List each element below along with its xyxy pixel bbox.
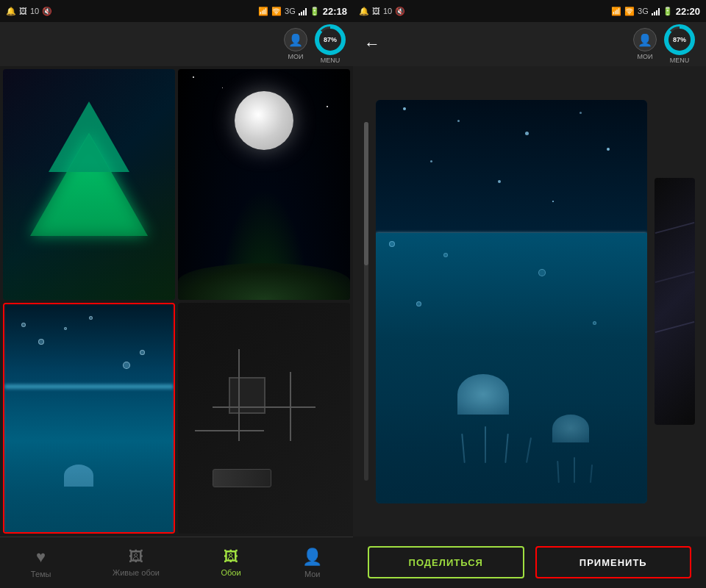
preview-container bbox=[364, 77, 695, 526]
notification-icon-r: 🔔 bbox=[359, 7, 369, 16]
profile-button-left[interactable]: 👤 МОИ bbox=[284, 28, 307, 60]
image-icon: 🖼 bbox=[19, 7, 27, 15]
bottom-nav: ♥ Темы 🖼 Живые обои 🖼 Обои 👤 Мои bbox=[0, 537, 353, 588]
walls-icon: 🖼 bbox=[224, 548, 238, 565]
status-bar-right: 🔔 🖼 10 🔇 📶 🛜 3G 🔋 22:20 bbox=[353, 0, 706, 22]
battery-status-r: 🔋 bbox=[663, 7, 673, 16]
nav-item-walls[interactable]: 🖼 Обои bbox=[221, 548, 241, 577]
menu-button-right[interactable]: 87% MENU bbox=[664, 24, 695, 64]
profile-label-left: МОИ bbox=[288, 53, 304, 60]
status-bar-right-left-icons: 🔔 🖼 10 🔇 bbox=[359, 7, 405, 16]
silent-icon-r: 🔇 bbox=[395, 7, 405, 16]
nav-label-walls: Обои bbox=[221, 568, 241, 577]
planet-surface bbox=[178, 263, 350, 300]
moon-circle bbox=[235, 91, 293, 150]
profile-avatar-right: 👤 bbox=[633, 28, 657, 51]
silent-icon: 🔇 bbox=[42, 7, 52, 16]
top-bar-left-actions: 👤 МОИ 87% MENU bbox=[284, 24, 346, 64]
right-panel: 🔔 🖼 10 🔇 📶 🛜 3G 🔋 22:20 ← 👤 МОИ bbox=[353, 0, 706, 588]
wallpaper-grid bbox=[0, 66, 353, 537]
menu-label-left: MENU bbox=[321, 57, 340, 64]
clock-left: 22:18 bbox=[323, 6, 347, 17]
menu-label-right: MENU bbox=[670, 57, 690, 64]
left-panel: 🔔 🖼 10 🔇 📶 🛜 3G 🔋 22:18 👤 МОИ bbox=[0, 0, 353, 588]
preview-area bbox=[353, 66, 706, 537]
profile-button-right[interactable]: 👤 МОИ bbox=[633, 28, 657, 60]
top-bar-right: ← 👤 МОИ 87% MENU bbox=[353, 22, 706, 66]
nav-label-mine: Мои bbox=[304, 570, 321, 578]
profile-label-right: МОИ bbox=[638, 53, 653, 60]
top-bar-right-icons: 👤 МОИ 87% MENU bbox=[633, 24, 695, 64]
battery-icon-r: 10 bbox=[383, 7, 392, 15]
menu-circle-left: 87% bbox=[315, 24, 346, 55]
top-bar-left: 👤 МОИ 87% MENU bbox=[0, 22, 353, 66]
status-bar-left-icons: 🔔 🖼 10 🔇 bbox=[6, 7, 52, 16]
signal-icon-r: 📶 bbox=[611, 7, 621, 16]
circuit-image bbox=[178, 303, 350, 534]
livewalls-icon: 🖼 bbox=[129, 548, 143, 565]
clock-right: 22:20 bbox=[676, 6, 700, 17]
main-preview-image bbox=[376, 100, 647, 503]
notification-icon: 🔔 bbox=[6, 7, 16, 16]
wifi-icon: 🛜 bbox=[271, 7, 282, 16]
nav-label-livewalls: Живые обои bbox=[113, 568, 160, 577]
signal-icon: 📶 bbox=[258, 7, 268, 16]
right-bottom-bar: ПОДЕЛИТЬСЯ ПРИМЕНИТЬ bbox=[353, 537, 706, 588]
status-bar-right-right-icons: 📶 🛜 3G 🔋 22:20 bbox=[611, 6, 700, 17]
nav-item-livewalls[interactable]: 🖼 Живые обои bbox=[113, 548, 160, 577]
menu-circle-right: 87% bbox=[664, 24, 695, 55]
side-preview-strip bbox=[655, 178, 695, 425]
image-icon-r: 🖼 bbox=[372, 7, 380, 15]
profile-avatar-left: 👤 bbox=[284, 28, 307, 51]
menu-button-left[interactable]: 87% MENU bbox=[315, 24, 346, 64]
nav-label-themes: Темы bbox=[31, 570, 51, 578]
moon-image bbox=[178, 69, 350, 300]
battery-icon: 10 bbox=[30, 7, 39, 15]
signal-bars bbox=[299, 7, 307, 15]
triangles-image bbox=[3, 69, 175, 300]
menu-percent-right: 87% bbox=[668, 29, 691, 51]
person-icon: 👤 bbox=[302, 548, 322, 567]
wifi-icon-r: 🛜 bbox=[624, 7, 635, 16]
grid-item-circuit[interactable] bbox=[178, 303, 350, 534]
apply-button[interactable]: ПРИМЕНИТЬ bbox=[535, 546, 692, 578]
underwater-image bbox=[4, 304, 174, 532]
grid-item-triangles[interactable] bbox=[3, 69, 175, 300]
share-button[interactable]: ПОДЕЛИТЬСЯ bbox=[368, 546, 524, 578]
status-bar-right-icons: 📶 🛜 3G 🔋 22:18 bbox=[258, 6, 347, 17]
network-label-r: 3G bbox=[638, 7, 649, 15]
battery-status: 🔋 bbox=[310, 7, 320, 16]
scroll-bar[interactable] bbox=[364, 122, 368, 481]
signal-bars-r bbox=[652, 7, 660, 15]
grid-item-underwater[interactable] bbox=[3, 303, 175, 534]
back-button[interactable]: ← bbox=[364, 35, 380, 54]
scroll-thumb bbox=[364, 122, 368, 265]
status-bar-left: 🔔 🖼 10 🔇 📶 🛜 3G 🔋 22:18 bbox=[0, 0, 353, 22]
grid-item-moon[interactable] bbox=[178, 69, 350, 300]
network-label: 3G bbox=[285, 7, 296, 15]
heart-icon: ♥ bbox=[36, 548, 46, 567]
nav-item-themes[interactable]: ♥ Темы bbox=[31, 548, 51, 578]
menu-percent-left: 87% bbox=[319, 29, 341, 51]
nav-item-mine[interactable]: 👤 Мои bbox=[302, 548, 322, 578]
